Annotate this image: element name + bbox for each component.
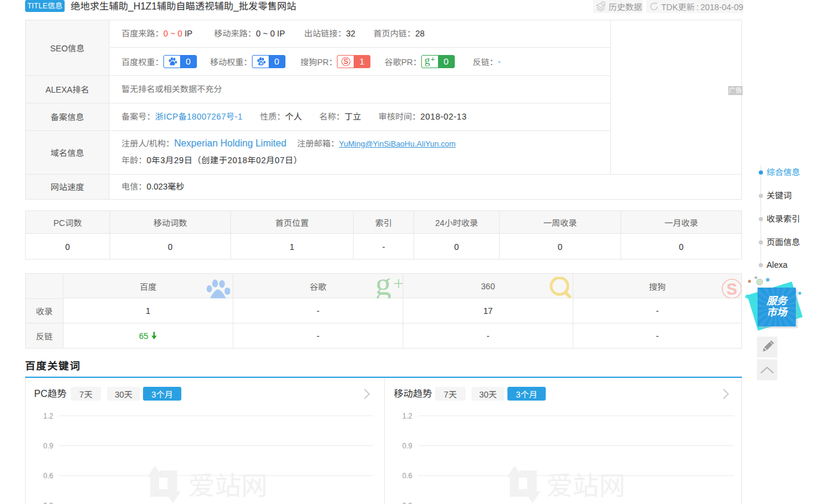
svg-text:S: S xyxy=(343,57,348,66)
svg-text:+: + xyxy=(431,56,435,63)
svg-text:M: M xyxy=(260,62,262,65)
svg-text:g: g xyxy=(425,56,430,66)
svg-text:S: S xyxy=(726,280,737,298)
